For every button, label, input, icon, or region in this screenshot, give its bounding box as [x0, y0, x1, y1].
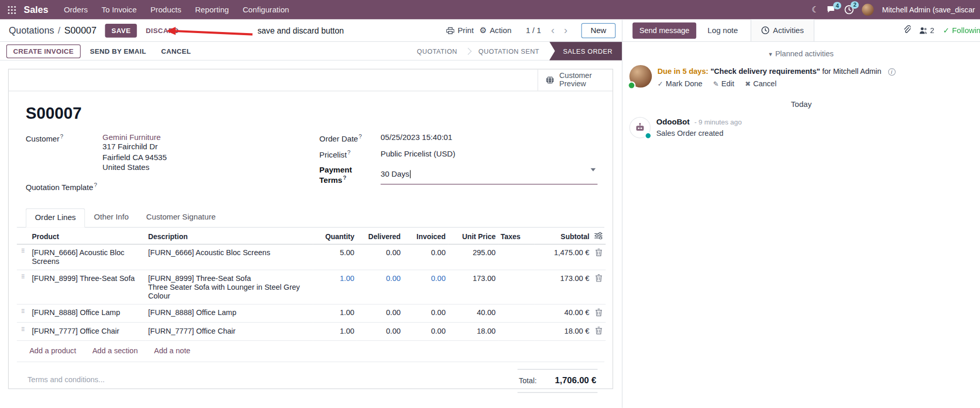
app-name[interactable]: Sales — [24, 4, 48, 15]
drag-handle-icon[interactable]: ⠿ — [17, 304, 29, 322]
cell-taxes[interactable] — [498, 270, 534, 304]
table-row[interactable]: ⠿ [FURN_7777] Office Chair [FURN_7777] O… — [17, 322, 606, 340]
dropdown-caret-icon[interactable] — [590, 168, 596, 171]
messages-icon[interactable]: 4 — [827, 6, 837, 14]
user-avatar[interactable] — [862, 4, 874, 15]
activity-clock-icon[interactable]: 2 — [845, 5, 854, 14]
trash-icon — [595, 326, 603, 335]
terms-placeholder[interactable]: Terms and conditions... — [27, 375, 104, 384]
followers-button[interactable]: 2 — [920, 26, 935, 35]
add-note-link[interactable]: Add a note — [154, 347, 190, 355]
attachment-button[interactable] — [903, 25, 911, 36]
cell-delivered[interactable]: 0.00 — [357, 270, 404, 304]
new-button[interactable]: New — [581, 23, 616, 38]
cancel-activity-button[interactable]: ✖Cancel — [745, 80, 776, 88]
cell-quantity[interactable]: 1.00 — [313, 270, 357, 304]
cell-product[interactable]: [FURN_7777] Office Chair — [29, 322, 146, 340]
optional-columns-button[interactable] — [592, 227, 606, 244]
save-button[interactable]: SAVE — [105, 23, 137, 37]
table-row[interactable]: ⠿ [FURN_6666] Acoustic Bloc Screens [FUR… — [17, 244, 606, 270]
cell-product[interactable]: [FURN_8999] Three-Seat Sofa — [29, 270, 146, 304]
menu-orders[interactable]: Orders — [57, 5, 94, 14]
menu-to-invoice[interactable]: To Invoice — [94, 5, 143, 14]
field-group: Customer? Gemini Furniture 317 Fairchild… — [26, 133, 604, 198]
customer-link[interactable]: Gemini Furniture — [103, 133, 161, 142]
delete-row-button[interactable] — [592, 244, 606, 270]
cell-description[interactable]: [FURN_8999] Three-Seat Sofa Three Seater… — [146, 270, 313, 304]
cell-taxes[interactable] — [498, 322, 534, 340]
delete-row-button[interactable] — [592, 304, 606, 322]
tab-other-info[interactable]: Other Info — [85, 208, 137, 227]
cell-invoiced[interactable]: 0.00 — [403, 244, 448, 270]
odoo-window: Sales Orders To Invoice Products Reporti… — [0, 0, 980, 408]
breadcrumb-quotations[interactable]: Quotations — [9, 25, 54, 36]
cell-quantity[interactable]: 5.00 — [313, 244, 357, 270]
activities-tab[interactable]: Activities — [750, 20, 814, 41]
cell-invoiced[interactable]: 0.00 — [403, 304, 448, 322]
log-note-button[interactable]: Log note — [708, 26, 738, 35]
menu-configuration[interactable]: Configuration — [236, 5, 296, 14]
stage-sales-order[interactable]: SALES ORDER — [549, 42, 622, 60]
cell-unit-price[interactable]: 40.00 — [448, 304, 498, 322]
globe-icon — [545, 75, 554, 85]
tab-order-lines[interactable]: Order Lines — [26, 208, 85, 228]
cell-invoiced[interactable]: 0.00 — [403, 322, 448, 340]
apps-menu-icon[interactable] — [5, 5, 19, 14]
pager-previous-icon[interactable]: ‹ — [549, 25, 556, 36]
cell-delivered[interactable]: 0.00 — [357, 244, 404, 270]
stage-quotation-sent[interactable]: QUOTATION SENT — [471, 47, 547, 55]
cell-taxes[interactable] — [498, 304, 534, 322]
cancel-button[interactable]: CANCEL — [155, 45, 196, 57]
drag-handle-icon[interactable]: ⠿ — [17, 244, 29, 270]
cell-delivered[interactable]: 0.00 — [357, 304, 404, 322]
cell-subtotal: 40.00 € — [534, 304, 591, 322]
send-by-email-button[interactable]: SEND BY EMAIL — [84, 45, 152, 57]
cell-description[interactable]: [FURN_7777] Office Chair — [146, 322, 313, 340]
payment-terms-field[interactable]: 30 Days — [381, 166, 598, 185]
menu-products[interactable]: Products — [143, 5, 188, 14]
table-row[interactable]: ⠿ [FURN_8888] Office Lamp [FURN_8888] Of… — [17, 304, 606, 322]
sliders-icon — [595, 232, 603, 240]
edit-activity-button[interactable]: ✎Edit — [713, 80, 734, 88]
menu-reporting[interactable]: Reporting — [188, 5, 236, 14]
user-name[interactable]: Mitchell Admin (save_discar — [882, 5, 975, 14]
order-date-field[interactable]: 05/25/2023 15:40:01 — [381, 133, 453, 144]
cross-icon: ✖ — [745, 80, 750, 88]
cell-delivered[interactable]: 0.00 — [357, 322, 404, 340]
message-author[interactable]: OdooBot — [656, 118, 690, 127]
create-invoice-button[interactable]: CREATE INVOICE — [6, 44, 81, 58]
send-message-button[interactable]: Send message — [633, 22, 697, 38]
cell-unit-price[interactable]: 295.00 — [448, 244, 498, 270]
pager-next-icon[interactable]: › — [562, 25, 569, 36]
action-button[interactable]: ⚙ Action — [479, 26, 511, 35]
mark-done-button[interactable]: ✓Mark Done — [657, 80, 702, 88]
stage-quotation[interactable]: QUOTATION — [409, 47, 464, 55]
cell-unit-price[interactable]: 18.00 — [448, 322, 498, 340]
delete-row-button[interactable] — [592, 322, 606, 340]
info-icon[interactable]: i — [888, 68, 895, 76]
moon-icon[interactable]: ☾ — [812, 5, 819, 14]
cell-unit-price[interactable]: 173.00 — [448, 270, 498, 304]
delete-row-button[interactable] — [592, 270, 606, 304]
breadcrumb: Quotations / S00007 — [9, 25, 97, 36]
planned-activities-toggle[interactable]: ▾Planned activities — [622, 50, 980, 58]
cell-description[interactable]: [FURN_8888] Office Lamp — [146, 304, 313, 322]
drag-handle-icon[interactable]: ⠿ — [17, 322, 29, 340]
cell-invoiced[interactable]: 0.00 — [403, 270, 448, 304]
cell-taxes[interactable] — [498, 244, 534, 270]
cell-product[interactable]: [FURN_8888] Office Lamp — [29, 304, 146, 322]
tab-customer-signature[interactable]: Customer Signature — [137, 208, 224, 227]
cell-quantity[interactable]: 1.00 — [313, 322, 357, 340]
cell-description[interactable]: [FURN_6666] Acoustic Bloc Screens — [146, 244, 313, 270]
drag-handle-icon[interactable]: ⠿ — [17, 270, 29, 304]
print-button[interactable]: Print — [446, 26, 474, 35]
cell-product[interactable]: [FURN_6666] Acoustic Bloc Screens — [29, 244, 146, 270]
help-icon: ? — [343, 175, 346, 181]
customer-preview-button[interactable]: Customer Preview — [538, 69, 613, 90]
add-product-link[interactable]: Add a product — [29, 347, 76, 355]
following-button[interactable]: ✓ Following — [943, 26, 980, 35]
add-section-link[interactable]: Add a section — [92, 347, 138, 355]
pricelist-field[interactable]: Public Pricelist (USD) — [381, 150, 456, 160]
cell-quantity[interactable]: 1.00 — [313, 304, 357, 322]
table-row[interactable]: ⠿ [FURN_8999] Three-Seat Sofa [FURN_8999… — [17, 270, 606, 304]
